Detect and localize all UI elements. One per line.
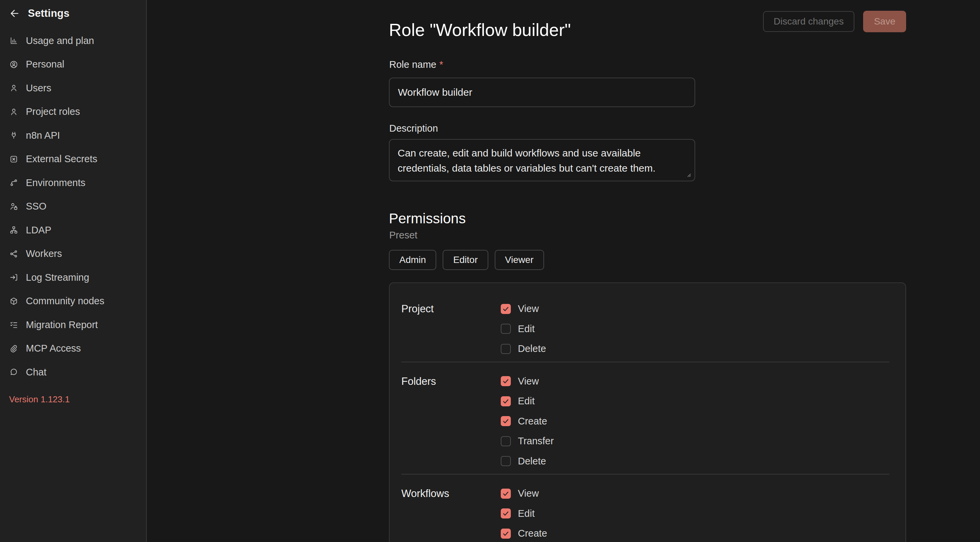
checkmark-icon [502,417,510,425]
sidebar-item-usage-and-plan[interactable]: Usage and plan [0,29,146,53]
version-text: Version 1.123.1 [9,394,70,405]
permission-row-folders-edit[interactable]: Edit [501,391,889,412]
sidebar-item-label: LDAP [26,225,51,236]
chat-icon [10,368,18,377]
checkmark-icon [502,529,510,538]
role-name-input[interactable] [389,78,695,107]
users-icon [10,84,18,92]
required-asterisk: * [439,59,443,70]
permission-label: View [518,303,539,314]
settings-back-header[interactable]: Settings [10,7,70,19]
permission-label: Create [518,528,547,539]
sidebar-item-ldap[interactable]: LDAP [0,218,146,242]
permission-label: Edit [518,396,535,407]
header-actions: Discard changes Save [763,11,906,32]
sidebar-item-sso[interactable]: SSO [0,195,146,219]
checkbox-checked[interactable] [501,396,511,406]
permission-rows: ViewEditDelete [501,299,889,359]
mcp-access-icon [10,344,18,353]
sidebar-item-label: MCP Access [26,343,81,354]
sidebar-item-project-roles[interactable]: Project roles [0,100,146,124]
usage-chart-icon [10,36,18,45]
sidebar-item-label: Log Streaming [26,272,89,283]
sidebar-item-label: External Secrets [26,153,97,165]
checkmark-icon [502,397,510,405]
ldap-icon [10,226,18,234]
checkbox-checked[interactable] [501,489,511,499]
permission-row-project-delete[interactable]: Delete [501,339,889,359]
checkbox-unchecked[interactable] [501,436,511,446]
sidebar-item-environments[interactable]: Environments [0,171,146,195]
sidebar-item-personal[interactable]: Personal [0,53,146,76]
checkbox-checked[interactable] [501,376,511,386]
sidebar-item-external-secrets[interactable]: External Secrets [0,148,146,171]
sidebar-item-label: Community nodes [26,296,105,307]
permission-rows: ViewEditCreateTransferDelete [501,371,889,472]
migration-report-icon [10,320,18,329]
sidebar-item-label: Environments [26,177,85,188]
permission-group-folders: FoldersViewEditCreateTransferDelete [401,362,889,475]
description-textarea[interactable]: Can create, edit and build workflows and… [389,139,695,181]
community-nodes-icon [10,297,18,305]
checkbox-unchecked[interactable] [501,456,511,466]
permission-row-workflows-view[interactable]: View [501,483,889,504]
back-arrow-icon[interactable] [10,8,20,19]
permission-row-folders-view[interactable]: View [501,371,889,391]
checkbox-checked[interactable] [501,416,511,426]
permission-group-label: Folders [401,371,501,472]
sidebar-item-label: Usage and plan [26,35,94,46]
preset-button-viewer[interactable]: Viewer [495,250,544,270]
sidebar-item-n8n-api[interactable]: n8n API [0,124,146,148]
permission-group-workflows: WorkflowsViewEditCreate [401,475,889,542]
sidebar-item-label: Personal [26,59,64,70]
checkbox-unchecked[interactable] [501,344,511,354]
sidebar-item-label: Chat [26,367,46,378]
save-button[interactable]: Save [863,11,906,32]
personal-icon [10,60,18,69]
permissions-heading: Permissions [389,211,466,227]
checkbox-unchecked[interactable] [501,324,511,334]
checkbox-checked[interactable] [501,529,511,539]
sidebar-item-mcp-access[interactable]: MCP Access [0,337,146,361]
preset-button-admin[interactable]: Admin [389,250,436,270]
permission-label: Edit [518,323,535,334]
preset-button-editor[interactable]: Editor [443,250,488,270]
permission-row-workflows-create[interactable]: Create [501,523,889,542]
sidebar-item-label: Migration Report [26,319,98,331]
sidebar-item-log-streaming[interactable]: Log Streaming [0,265,146,289]
permission-label: View [518,376,539,387]
permission-label: Transfer [518,436,554,447]
permission-group-label: Project [401,299,501,359]
permission-row-workflows-edit[interactable]: Edit [501,504,889,524]
settings-nav: Usage and planPersonalUsersProject roles… [0,29,146,384]
workers-icon [10,250,18,258]
checkbox-checked[interactable] [501,509,511,518]
permission-row-folders-delete[interactable]: Delete [501,451,889,472]
checkmark-icon [502,305,510,313]
sidebar-item-community-nodes[interactable]: Community nodes [0,289,146,313]
page-title: Role "Workflow builder" [389,20,571,40]
settings-title: Settings [28,7,70,19]
log-streaming-icon [10,273,18,282]
sidebar-item-workers[interactable]: Workers [0,242,146,266]
api-plug-icon [10,131,18,140]
checkbox-checked[interactable] [501,304,511,314]
permission-label: Create [518,416,547,427]
sidebar-item-migration-report[interactable]: Migration Report [0,313,146,337]
sidebar-item-users[interactable]: Users [0,76,146,100]
sidebar-item-chat[interactable]: Chat [0,360,146,384]
permission-group-label: Workflows [401,483,501,542]
project-roles-icon [10,108,18,116]
discard-changes-button[interactable]: Discard changes [763,11,855,32]
sidebar-item-label: Project roles [26,106,80,117]
sidebar-item-label: Workers [26,248,62,259]
environments-icon [10,178,18,187]
permission-rows: ViewEditCreate [501,483,889,542]
permission-row-project-edit[interactable]: Edit [501,319,889,339]
permission-row-folders-create[interactable]: Create [501,412,889,432]
permission-row-project-view[interactable]: View [501,299,889,319]
permission-row-folders-transfer[interactable]: Transfer [501,431,889,451]
permission-label: View [518,488,539,499]
permissions-card: ProjectViewEditDeleteFoldersViewEditCrea… [389,283,906,542]
permission-label: Edit [518,508,535,519]
